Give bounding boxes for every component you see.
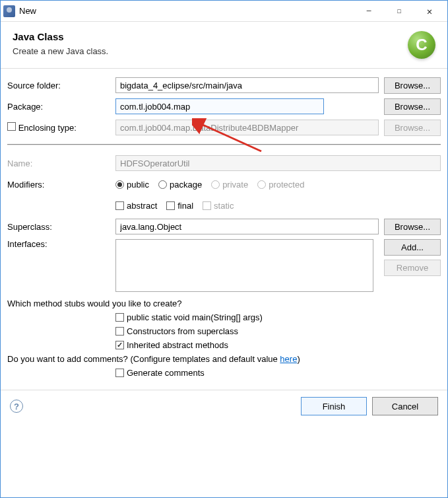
checkbox-icon [203, 201, 211, 210]
modifier-private-radio: private [211, 180, 248, 190]
class-icon: C [408, 31, 435, 59]
checkbox-icon [115, 327, 124, 336]
window-title: New [19, 6, 354, 16]
browse-superclass-button[interactable]: Browse... [384, 219, 441, 235]
maximize-button[interactable]: ☐ [384, 1, 414, 21]
modifier-package-radio[interactable]: package [158, 180, 202, 190]
source-folder-input[interactable] [115, 77, 379, 93]
modifier-public-radio[interactable]: public [115, 180, 149, 190]
browse-source-button[interactable]: Browse... [384, 77, 441, 94]
radio-icon [257, 180, 266, 189]
window-controls: ─ ☐ ✕ [354, 1, 445, 21]
modifier-static-checkbox: static [203, 201, 234, 211]
minimize-button[interactable]: ─ [354, 1, 384, 21]
modifier-abstract-checkbox[interactable]: abstract [115, 201, 157, 211]
browse-enclosing-button: Browse... [384, 120, 441, 136]
stubs-question: Which method stubs would you like to cre… [7, 299, 441, 308]
browse-package-button[interactable]: Browse... [384, 98, 441, 115]
footer: ? Finish Cancel [1, 390, 447, 423]
close-button[interactable]: ✕ [414, 1, 445, 21]
enclosing-type-label[interactable]: Enclosing type: [7, 122, 115, 133]
dialog-header: Java Class Create a new Java class. C [1, 22, 447, 69]
constructors-checkbox[interactable]: Constructors from superclass [115, 326, 441, 336]
configure-templates-link[interactable]: here [280, 354, 297, 364]
modifier-final-checkbox[interactable]: final [166, 201, 193, 211]
content-area: Source folder: Browse... Package: Browse… [1, 69, 447, 390]
enclosing-type-input [115, 120, 379, 135]
app-icon [3, 5, 15, 17]
package-label: Package: [7, 102, 115, 112]
superclass-input[interactable] [115, 219, 379, 234]
radio-icon [211, 180, 220, 189]
help-icon[interactable]: ? [10, 400, 23, 413]
finish-button[interactable]: Finish [301, 397, 367, 415]
main-method-checkbox[interactable]: public static void main(String[] args) [115, 312, 441, 322]
interfaces-list[interactable] [115, 239, 373, 292]
page-title: Java Class [13, 31, 408, 42]
radio-icon [115, 180, 124, 189]
comments-question: Do you want to add comments? (Configure … [7, 354, 441, 364]
source-folder-label: Source folder: [7, 81, 115, 90]
package-input[interactable] [115, 98, 324, 114]
radio-icon [158, 180, 167, 189]
modifiers-label: Modifiers: [7, 180, 115, 190]
enclosing-type-checkbox[interactable] [7, 122, 16, 131]
cancel-button[interactable]: Cancel [372, 397, 438, 415]
interfaces-label: Interfaces: [7, 239, 115, 249]
add-interface-button[interactable]: Add... [384, 239, 441, 256]
checkbox-icon [115, 201, 124, 210]
remove-interface-button: Remove [384, 260, 441, 276]
name-input [115, 155, 441, 171]
modifier-protected-radio: protected [257, 180, 304, 190]
checkbox-icon [115, 341, 124, 349]
generate-comments-checkbox[interactable]: Generate comments [115, 368, 441, 378]
checkbox-icon [115, 313, 124, 322]
inherited-methods-checkbox[interactable]: Inherited abstract methods [115, 340, 441, 350]
checkbox-icon [115, 369, 124, 377]
titlebar: New ─ ☐ ✕ [1, 1, 447, 22]
name-label: Name: [7, 159, 115, 168]
page-description: Create a new Java class. [13, 46, 408, 56]
superclass-label: Superclass: [7, 222, 115, 232]
divider [7, 144, 441, 145]
checkbox-icon [166, 201, 175, 210]
